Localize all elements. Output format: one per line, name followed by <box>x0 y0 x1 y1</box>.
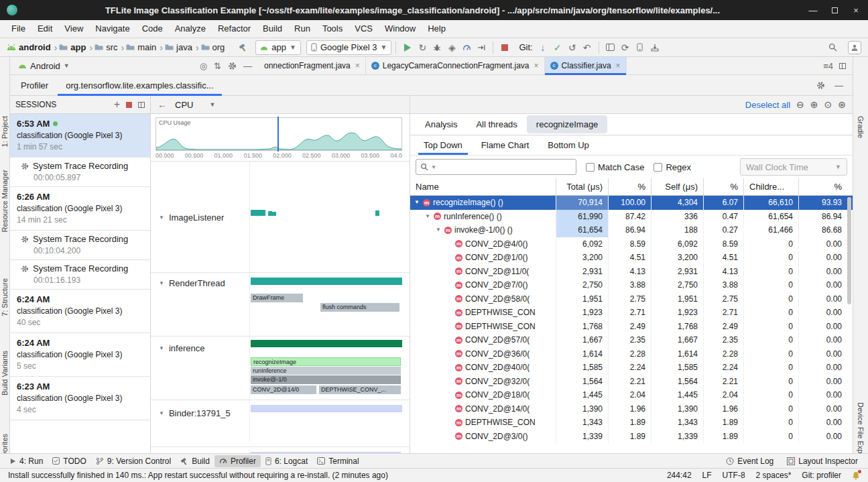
run-configuration-dropdown[interactable]: app▼ <box>255 40 301 55</box>
trace-event-bar[interactable]: invoke@-1/0 <box>251 375 401 384</box>
git-branch[interactable]: Git: profiler <box>802 471 841 480</box>
column-header-total[interactable]: Total (μs) <box>556 178 609 195</box>
regex-checkbox[interactable]: Regex <box>654 162 691 172</box>
thread-row-imagelistener[interactable]: ▼ImageListener <box>159 213 224 223</box>
calltree-row[interactable]: ▼ m CONV_2D@4/0() 6,092 8.59 6,092 8.59 … <box>410 237 853 251</box>
apply-changes-icon[interactable]: ↻ <box>415 40 430 55</box>
collapse-arrow-icon[interactable]: ▼ <box>159 215 164 221</box>
locate-file-icon[interactable]: ◎ <box>200 61 207 71</box>
search-everywhere-icon[interactable] <box>825 40 840 55</box>
toolbar-terminal[interactable]: Terminal <box>312 455 363 467</box>
calltree-row[interactable]: ▼ m invoke@-1/0() () 61,654 86.94 188 0.… <box>410 223 853 237</box>
gear-icon[interactable] <box>816 81 825 90</box>
gear-icon[interactable] <box>228 62 237 70</box>
column-header-children[interactable]: Childre... <box>744 178 799 195</box>
calltree-row[interactable]: ▼ m CONV_2D@1/0() 3,200 4.51 3,200 4.51 … <box>410 251 853 265</box>
thread-activity-bar[interactable] <box>251 210 265 216</box>
trace-event-bar[interactable]: CONV_2D@14/0 <box>251 385 316 394</box>
debug-button[interactable] <box>430 40 444 55</box>
maximize-button[interactable] <box>829 5 840 15</box>
git-rollback-icon[interactable]: ↶ <box>580 40 595 55</box>
editor-tab[interactable]: c LegacyCameraConnectionFragment.java × <box>366 57 545 75</box>
expand-arrow-icon[interactable]: ▼ <box>414 196 420 210</box>
add-session-button[interactable]: + <box>114 100 120 109</box>
status-message[interactable]: Install successfully finished in 140 ms.… <box>8 471 388 480</box>
menu-item[interactable]: Help <box>422 20 452 38</box>
calltree-row[interactable]: ▼ m runInference() () 61,990 87.42 336 0… <box>410 210 853 224</box>
toolbar-event-log[interactable]: Event Log <box>721 455 778 467</box>
session-item[interactable]: 6:26 AM classification (Google Pixel 3) … <box>10 187 150 231</box>
collapse-arrow-icon[interactable]: ▼ <box>159 345 164 351</box>
expand-arrow-icon[interactable]: ▼ <box>436 223 442 237</box>
menu-item[interactable]: Code <box>136 20 169 38</box>
calltree-row[interactable]: ▼ m CONV_2D@40/0( 1,585 2.24 1,585 2.24 … <box>410 361 853 375</box>
breadcrumb-item[interactable]: app › <box>59 42 95 53</box>
column-header-total-pct[interactable]: % <box>609 178 652 195</box>
analysis-tab[interactable]: recognizeImage <box>527 115 608 133</box>
coverage-icon[interactable]: ◈ <box>444 40 459 55</box>
column-header-name[interactable]: Name <box>410 178 556 195</box>
deselect-all-link[interactable]: Deselect all <box>745 100 790 110</box>
notifications-bell-icon[interactable] <box>852 471 860 480</box>
session-item[interactable]: 00:01:16.193 System Trace Recording 00:0… <box>10 260 150 290</box>
menu-item[interactable]: View <box>58 20 89 38</box>
trace-event-bar[interactable]: flush commands <box>320 303 399 312</box>
session-item[interactable]: 6:23 AM classification (Google Pixel 3) … <box>10 377 150 420</box>
thread-activity-bar[interactable] <box>272 212 276 216</box>
session-item[interactable]: 6:24 AM classification (Google Pixel 3) … <box>10 290 150 333</box>
sidebar-item-gradle[interactable]: Gradle <box>857 116 865 138</box>
analysis-tab[interactable]: Analysis <box>416 115 467 133</box>
toolbar-run[interactable]: 4: Run <box>5 455 48 467</box>
back-button[interactable]: ← <box>158 99 167 110</box>
device-manager-icon[interactable] <box>633 40 647 55</box>
toolbar-version-control[interactable]: 9: Version Control <box>91 455 176 467</box>
zoom-out-icon[interactable]: ⊖ <box>796 99 804 110</box>
tool-windows-icon[interactable] <box>603 40 618 55</box>
zoom-in-icon[interactable]: ⊕ <box>810 99 818 110</box>
session-item[interactable]: 00:00:05.897 System Trace Recording 00:0… <box>10 158 150 187</box>
calltree-row[interactable]: ▼ m CONV_2D@11/0( 2,931 4.13 2,931 4.13 … <box>410 265 853 279</box>
menu-item[interactable]: Tools <box>316 20 349 38</box>
calltree-row[interactable]: ▼ m CONV_2D@14/0( 1,390 1.96 1,390 1.96 … <box>410 402 853 416</box>
collapse-all-icon[interactable]: ⇅ <box>214 61 221 71</box>
menu-item[interactable]: Analyze <box>169 20 212 38</box>
breadcrumb-item[interactable]: main › <box>126 42 165 53</box>
hide-panel-icon[interactable]: — <box>834 80 843 91</box>
trace-event-bar[interactable]: DEPTHWISE_CONV_... <box>319 385 401 394</box>
match-case-checkbox[interactable]: Match Case <box>586 162 644 172</box>
thread-state-bar[interactable] <box>251 405 402 412</box>
reset-zoom-icon[interactable]: ⊙ <box>824 99 832 110</box>
project-view-selector[interactable]: Android ▼ <box>10 61 75 71</box>
column-header-children-pct[interactable]: % <box>799 178 847 195</box>
expand-arrow-icon[interactable]: ▼ <box>425 210 431 224</box>
search-input[interactable] <box>439 162 572 172</box>
table-scrollbar[interactable] <box>847 197 851 304</box>
menu-item[interactable]: Navigate <box>89 20 135 38</box>
menu-item[interactable]: Edit <box>32 20 58 38</box>
editor-tab[interactable]: c onnectionFragment.java × <box>259 57 366 75</box>
zoom-to-selection-icon[interactable]: ⊛ <box>838 99 846 110</box>
caret-position[interactable]: 244:42 <box>667 471 692 480</box>
breadcrumb-item[interactable]: android › <box>7 42 59 53</box>
close-tab-icon[interactable]: × <box>355 61 360 70</box>
run-button[interactable] <box>400 40 415 55</box>
menu-item[interactable]: File <box>5 20 32 38</box>
breadcrumb-item[interactable]: src › <box>95 42 126 53</box>
column-header-self[interactable]: Self (μs) <box>652 178 704 195</box>
calltree-row[interactable]: ▼ m DEPTHWISE_CON 1,768 2.49 1,768 2.49 … <box>410 320 853 334</box>
analysis-subtab[interactable]: Bottom Up <box>538 135 598 155</box>
analysis-subtab[interactable]: Top Down <box>414 135 472 155</box>
calltree-row[interactable]: ▼ m CONV_2D@58/0( 1,951 2.75 1,951 2.75 … <box>410 292 853 306</box>
profiler-type-dropdown[interactable]: CPU ▼ <box>175 100 215 110</box>
session-item[interactable]: 6:53 AM classification (Google Pixel 3) … <box>10 114 150 158</box>
column-header-self-pct[interactable]: % <box>704 178 744 195</box>
sidebar-item-structure[interactable]: 7: Structure <box>1 278 9 316</box>
menu-item[interactable]: Build <box>257 20 288 38</box>
profile-avatar-icon[interactable] <box>848 41 861 54</box>
profile-button[interactable] <box>459 40 474 55</box>
sidebar-item-resource-manager[interactable]: Resource Manager <box>1 170 9 233</box>
calltree-row[interactable]: ▼ m CONV_2D@3/0() 1,339 1.89 1,339 1.89 … <box>410 430 853 444</box>
thread-activity-bar[interactable] <box>375 210 379 216</box>
file-encoding[interactable]: UTF-8 <box>723 471 745 480</box>
calltree-row[interactable]: ▼ m CONV_2D@32/0( 1,564 2.21 1,564 2.21 … <box>410 375 853 389</box>
